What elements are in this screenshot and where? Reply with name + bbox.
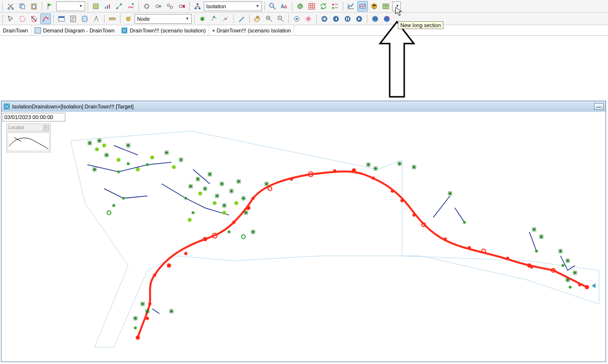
object-type-combo[interactable]: Node▼: [135, 14, 192, 24]
legend-button[interactable]: [330, 1, 340, 12]
svg-rect-28: [309, 3, 315, 9]
network-button[interactable]: [114, 1, 124, 12]
move-node-icon: [210, 15, 218, 23]
paste-icon: [30, 2, 38, 10]
separator: [249, 15, 250, 23]
step-back-icon: [332, 15, 340, 23]
map-canvas[interactable]: [1, 112, 606, 362]
report-button[interactable]: [68, 14, 78, 24]
pan-button[interactable]: [252, 14, 263, 24]
tab-scenario-geoplan[interactable]: DrainTown!!! (scenario Isolation): [118, 25, 209, 36]
svg-point-59: [146, 317, 149, 320]
svg-point-69: [268, 187, 272, 191]
theme-button[interactable]: [295, 1, 305, 12]
database-icon: [81, 15, 89, 23]
grid-results-button[interactable]: [380, 1, 391, 12]
select-button[interactable]: [5, 14, 16, 24]
globe-button[interactable]: [370, 14, 380, 24]
svg-rect-12: [132, 3, 134, 5]
tab-draintown[interactable]: DrainTown: [0, 25, 31, 36]
grid-window-button[interactable]: [56, 14, 67, 24]
sql-button[interactable]: [79, 14, 90, 24]
refresh-icon: [319, 2, 327, 10]
new-long-section-button[interactable]: [357, 1, 368, 12]
deselect-button[interactable]: [29, 14, 39, 24]
pointer-icon: [7, 15, 15, 23]
highlight-button[interactable]: [197, 14, 208, 24]
refresh-button[interactable]: [318, 1, 329, 12]
sim-stop-button[interactable]: [176, 1, 187, 12]
replay-pause-button[interactable]: [342, 14, 353, 24]
new-node-button[interactable]: [123, 14, 134, 24]
separator: [233, 15, 234, 23]
sim-batch-button[interactable]: [165, 1, 175, 12]
window-title: IsolationDraindown>[Isolation] DrainTown…: [12, 104, 134, 109]
svg-point-60: [148, 303, 151, 305]
replay-play-button[interactable]: [354, 14, 365, 24]
move-node-button[interactable]: [209, 14, 219, 24]
play-icon: [355, 15, 363, 23]
split-link-button[interactable]: [220, 14, 231, 24]
report-icon: [69, 15, 77, 23]
find-button[interactable]: [267, 1, 278, 12]
zoom-in-button[interactable]: [264, 14, 274, 24]
replay-start-button[interactable]: [319, 14, 330, 24]
graph-button[interactable]: [346, 1, 356, 12]
svg-point-22: [270, 3, 274, 7]
table-icon: [382, 2, 390, 10]
palette-icon: [296, 2, 304, 10]
diagram-icon: [34, 27, 41, 34]
svg-point-68: [252, 197, 255, 200]
scenario-button[interactable]: [192, 1, 203, 12]
svg-point-42: [213, 16, 215, 18]
sim-run-button[interactable]: [153, 1, 164, 12]
grid-button[interactable]: [306, 1, 317, 12]
paste-button[interactable]: [29, 1, 39, 12]
grid-results-dropdown[interactable]: ▼: [392, 1, 401, 11]
flag-button[interactable]: [45, 1, 55, 12]
svg-point-79: [444, 238, 447, 241]
trace-select-button[interactable]: [40, 14, 51, 24]
zoom-out-button[interactable]: [275, 14, 286, 24]
svg-point-26: [299, 5, 300, 6]
flag-combo[interactable]: ▼: [56, 1, 85, 11]
chart-icon: [104, 2, 111, 10]
validate-button[interactable]: [91, 1, 101, 12]
trace-button[interactable]: [125, 1, 136, 12]
measure-button[interactable]: [91, 14, 102, 24]
separator: [2, 2, 3, 11]
separator: [264, 2, 265, 11]
minimize-button[interactable]: —: [594, 103, 604, 110]
copy-button[interactable]: [17, 1, 28, 12]
cut-button[interactable]: [5, 1, 16, 12]
ruler-button[interactable]: [107, 14, 118, 24]
tab-demand-diagram[interactable]: Demand Diagram - DrainTown: [31, 25, 118, 36]
tab-scenario-plus[interactable]: + DrainTown!!! (scenario Isolation: [209, 25, 294, 36]
svg-rect-3: [21, 5, 25, 9]
svg-point-33: [43, 20, 44, 21]
trace-icon: [127, 2, 135, 10]
gear-play-icon: [154, 2, 162, 10]
svg-point-94: [184, 197, 187, 200]
polygon-select-button[interactable]: [17, 14, 28, 24]
scenario-combo[interactable]: Isolation▼: [204, 1, 262, 11]
svg-point-77: [412, 213, 415, 216]
node-star-icon: [124, 15, 132, 23]
paint-button[interactable]: [236, 14, 247, 24]
svg-point-63: [184, 252, 187, 255]
svg-rect-20: [195, 8, 197, 9]
3d-button[interactable]: [369, 1, 380, 12]
globe2-button[interactable]: [381, 14, 392, 24]
spark-button[interactable]: [303, 14, 314, 24]
separator: [292, 2, 292, 11]
label-button[interactable]: Aa: [279, 1, 289, 12]
hand-icon: [254, 15, 261, 23]
target-button[interactable]: [291, 14, 302, 24]
svg-point-25: [298, 4, 303, 9]
tooltip: New long section: [398, 21, 443, 29]
separator: [189, 2, 190, 11]
window-titlebar[interactable]: IsolationDraindown>[Isolation] DrainTown…: [1, 101, 606, 112]
results-button[interactable]: [102, 1, 113, 12]
replay-back-button[interactable]: [331, 14, 341, 24]
sim-settings-button[interactable]: [141, 1, 152, 12]
